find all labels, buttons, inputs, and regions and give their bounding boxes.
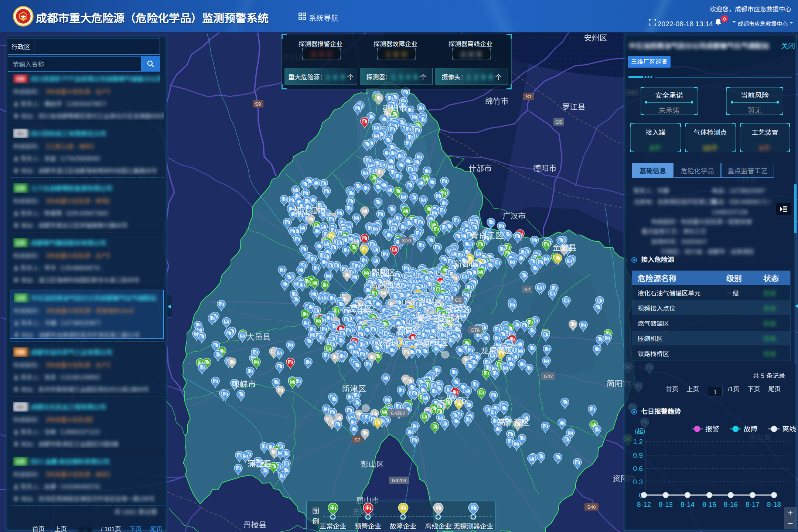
svg-text:G5: G5 — [555, 119, 562, 125]
svg-text:双流区: 双流区 — [375, 336, 399, 348]
svg-text:8-18: 8-18 — [767, 499, 781, 509]
svg-text:绵竹市: 绵竹市 — [485, 95, 509, 106]
svg-text:丹棱县: 丹棱县 — [243, 519, 267, 530]
svg-text:邛崃市: 邛崃市 — [232, 378, 256, 389]
svg-text:1.2: 1.2 — [633, 436, 643, 446]
svg-text:8-16: 8-16 — [724, 499, 738, 509]
svg-text:G5: G5 — [455, 297, 461, 303]
svg-text:广汉市: 广汉市 — [503, 210, 526, 221]
svg-text:武侯区: 武侯区 — [397, 323, 421, 334]
svg-text:高新西区: 高新西区 — [369, 278, 402, 290]
svg-text:G4202: G4202 — [391, 410, 405, 416]
svg-text:龙泉驿区: 龙泉驿区 — [481, 344, 513, 356]
svg-text:青白江区: 青白江区 — [471, 229, 503, 241]
svg-text:0.3: 0.3 — [633, 476, 643, 486]
svg-text:天府新区: 天府新区 — [437, 394, 470, 406]
svg-text:罗江县: 罗江县 — [562, 101, 586, 112]
svg-text:彭州市: 彭州市 — [382, 102, 407, 114]
svg-text:什邡市: 什邡市 — [469, 162, 492, 173]
svg-text:S9: S9 — [255, 101, 261, 107]
svg-text:安州区: 安州区 — [584, 32, 607, 43]
svg-text:G4203: G4203 — [392, 478, 406, 483]
svg-text:都江堰市: 都江堰市 — [293, 204, 326, 216]
svg-text:8-13: 8-13 — [659, 499, 673, 509]
svg-text:新津区: 新津区 — [342, 382, 366, 394]
svg-text:大邑县: 大邑县 — [246, 330, 271, 342]
svg-text:S2: S2 — [524, 287, 530, 292]
svg-text:金牛区: 金牛区 — [418, 296, 442, 307]
svg-text:G42: G42 — [544, 374, 553, 379]
svg-text:高新南区: 高新南区 — [416, 336, 448, 348]
svg-text:新都区: 新都区 — [454, 257, 478, 269]
svg-text:S40: S40 — [587, 504, 596, 510]
svg-text:XA0: XA0 — [402, 238, 411, 243]
svg-text:锦江区: 锦江区 — [437, 321, 461, 332]
svg-text:0.9: 0.9 — [633, 450, 643, 460]
svg-text:高新东区: 高新东区 — [497, 416, 530, 427]
svg-text:S1: S1 — [526, 94, 532, 99]
svg-text:8-17: 8-17 — [746, 499, 760, 509]
svg-text:温江区: 温江区 — [348, 302, 372, 314]
svg-text:郫都区: 郫都区 — [371, 266, 396, 277]
svg-text:蒲江县: 蒲江县 — [248, 457, 272, 469]
svg-text:S7: S7 — [354, 437, 360, 443]
svg-text:0.6: 0.6 — [633, 463, 643, 473]
svg-text:金堂县: 金堂县 — [552, 241, 577, 253]
svg-text:彭山区: 彭山区 — [361, 458, 384, 469]
svg-text:8-12: 8-12 — [637, 499, 651, 509]
svg-text:报警: 报警 — [705, 423, 719, 433]
svg-text:德阳市: 德阳市 — [533, 162, 557, 173]
svg-text:8-14: 8-14 — [681, 499, 695, 509]
svg-text:8-15: 8-15 — [702, 499, 716, 509]
svg-text:离线: 离线 — [782, 423, 796, 433]
svg-text:G76: G76 — [471, 327, 480, 333]
svg-text:(起): (起) — [635, 426, 645, 435]
svg-text:故障: 故障 — [744, 423, 758, 433]
